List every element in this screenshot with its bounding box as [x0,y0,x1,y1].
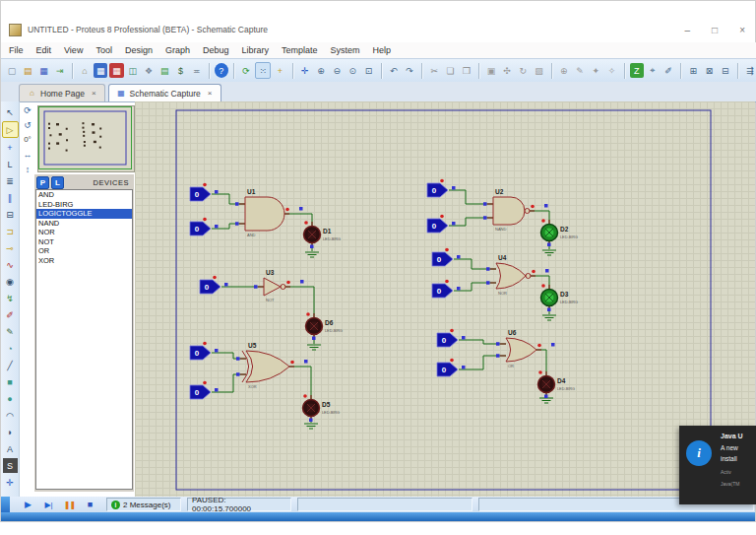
schematic-canvas[interactable]: U1ANDU2NANDU3NOTU4NORU5XORU6OR0000000000… [135,101,755,497]
center-at-cursor-icon[interactable]: ✛ [298,63,312,78]
menu-view[interactable]: View [64,45,83,55]
led-D4[interactable]: D4LED-BIRG [538,370,575,398]
block-rotate-icon[interactable]: ↻ [516,63,530,78]
device-item-logictoggle[interactable]: LOGICTOGGLE [36,209,132,219]
led-D1[interactable]: D1LED-BIRG [304,221,341,248]
ground-symbol[interactable] [304,424,318,429]
zoom-in-icon[interactable]: ⊕ [314,63,328,78]
packaging-tool-icon[interactable]: ✦ [589,63,602,78]
menu-file[interactable]: File [9,45,24,55]
virtual-instruments-mode-icon[interactable]: ◔ [3,341,18,356]
logictoggle[interactable]: 0 [190,183,219,201]
release-notes-icon[interactable]: ▤ [158,63,171,78]
logictoggle[interactable]: 0 [432,280,461,298]
subcircuit-mode-icon[interactable]: ⊟ [3,207,18,222]
logictoggle[interactable]: 0 [427,179,456,197]
pause-button[interactable]: ❚❚ [63,499,76,511]
logictoggle[interactable]: 0 [437,329,466,347]
device-item-nand[interactable]: NAND [36,219,132,229]
3d-visualizer-icon[interactable]: ◫ [126,63,140,78]
led-D5[interactable]: D5LED-BIRG [303,394,340,422]
block-move-icon[interactable]: ✣ [500,63,514,78]
component-mode-icon[interactable]: ▷ [2,121,19,138]
wire[interactable] [454,259,496,269]
devices-list[interactable]: ANDLED-BIRGLOGICTOGGLENANDNORNOTORXOR [35,189,133,490]
decompose-icon[interactable]: ✧ [604,63,618,78]
ground-symbol[interactable] [542,250,556,255]
home-page-icon[interactable]: ⌂ [78,63,92,78]
toggle-grid-icon[interactable]: ⁙ [255,62,271,79]
import-legacy-project-icon[interactable]: ⇥ [53,63,67,78]
block-copy-icon[interactable]: ▣ [484,63,498,78]
messages-panel[interactable]: i 2 Message(s) [106,498,181,511]
library-manager-button[interactable]: L [51,176,64,189]
netlist-to-pcb-icon[interactable]: ⇶ [743,63,756,78]
2d-circle-mode-icon[interactable]: ● [3,391,18,406]
wire[interactable] [531,276,549,289]
voltage-probe-mode-icon[interactable]: ✐ [3,307,18,322]
ground-symbol[interactable] [305,252,319,257]
gate-U4[interactable]: U4NOR [486,254,549,296]
step-button[interactable]: ▶| [42,499,55,511]
menu-design[interactable]: Design [125,45,153,55]
search-and-tag-icon[interactable]: ⌖ [646,63,660,78]
terminals-mode-icon[interactable]: ⊐ [3,224,18,238]
logictoggle[interactable]: 0 [190,381,219,399]
pcb-layout-icon[interactable]: ▦ [109,63,123,78]
device-item-xor[interactable]: XOR [36,256,132,266]
logictoggle[interactable]: 0 [427,215,456,233]
2d-path-mode-icon[interactable]: ◗ [3,425,18,439]
play-button[interactable]: ▶ [22,499,34,511]
wire-autorouter-icon[interactable]: Z [630,63,644,78]
web-browser-icon[interactable]: ≖ [190,63,204,78]
wire[interactable] [212,353,246,359]
wire[interactable] [285,287,314,318]
ground-symbol[interactable] [539,398,553,403]
rotate-cw-button-icon[interactable]: ⟳ [21,103,34,116]
cut-icon[interactable]: ✂ [427,63,441,78]
redraw-display-icon[interactable]: ⟳ [239,63,253,78]
tab-close-icon[interactable]: × [92,89,96,98]
new-project-icon[interactable]: ▢ [5,63,19,78]
schematic-capture-icon[interactable]: ▦ [94,63,107,78]
wire[interactable] [530,211,549,224]
close-button[interactable]: × [739,25,745,35]
device-item-led-birg[interactable]: LED-BIRG [36,200,132,210]
generator-mode-icon[interactable]: ↯ [3,291,18,305]
current-probe-mode-icon[interactable]: ✎ [3,324,18,339]
rotate-ccw-button-icon[interactable]: ↺ [21,118,34,131]
ground-symbol[interactable] [307,345,321,350]
2d-arc-mode-icon[interactable]: ◠ [3,408,18,423]
tab-home-page[interactable]: ⌂Home Page× [19,84,105,101]
tab-schematic-capture[interactable]: ▦Schematic Capture× [108,84,221,101]
property-assignment-icon[interactable]: ✐ [662,63,675,78]
logictoggle[interactable]: 0 [190,342,219,360]
graph-mode-icon[interactable]: ∿ [3,257,18,272]
logictoggle[interactable]: 0 [437,359,466,376]
pick-devices-button[interactable]: P [36,176,49,189]
wire[interactable] [449,190,493,204]
gate-U3[interactable]: U3NOT [254,269,304,302]
design-explorer-icon[interactable]: ❖ [142,63,156,78]
2d-box-mode-icon[interactable]: ■ [3,374,18,389]
buses-mode-icon[interactable]: ∥ [3,190,18,205]
wire[interactable] [212,194,245,204]
2d-text-mode-icon[interactable]: A [3,441,18,456]
led-D3[interactable]: D3LED-BIRG [541,284,578,311]
toggle-origin-icon[interactable]: + [273,63,286,78]
menu-tool[interactable]: Tool [95,45,112,55]
wire[interactable] [284,214,312,227]
wire[interactable] [289,367,311,399]
pick-parts-icon[interactable]: ⊕ [557,63,571,78]
logictoggle[interactable]: 0 [200,276,228,294]
2d-line-mode-icon[interactable]: ╱ [3,358,18,372]
zoom-out-icon[interactable]: ⊖ [330,63,344,78]
text-script-mode-icon[interactable]: ≣ [3,173,18,188]
tape-recorder-mode-icon[interactable]: ◉ [3,274,18,289]
help-icon[interactable]: ? [215,63,228,78]
open-project-icon[interactable]: ▤ [21,63,34,78]
java-update-notification[interactable]: i Java U A new install Activ Java(TM [679,426,756,504]
zoom-area-icon[interactable]: ⊡ [362,63,376,78]
minimize-button[interactable]: – [685,25,691,35]
menu-system[interactable]: System [331,45,360,55]
